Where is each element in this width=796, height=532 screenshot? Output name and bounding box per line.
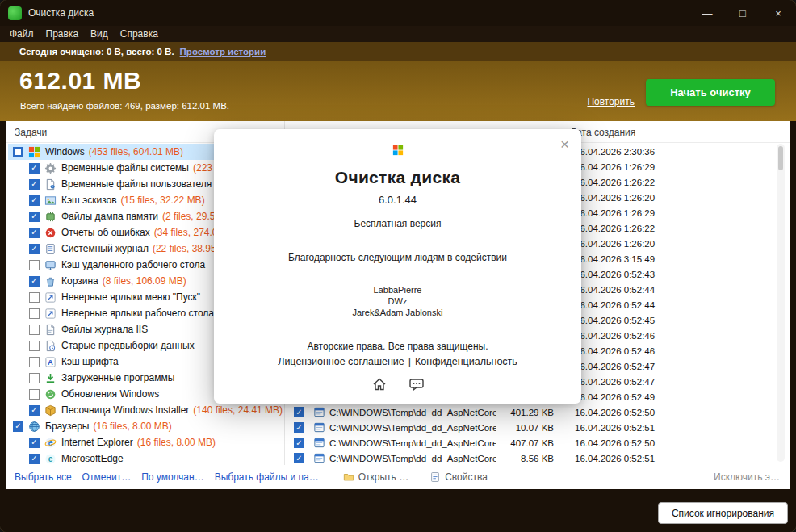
menu-item[interactable]: Правка	[46, 28, 79, 40]
checkbox[interactable]	[29, 357, 40, 367]
app-icon	[8, 6, 22, 20]
view-history-link[interactable]: Просмотр истории	[180, 47, 266, 57]
file-date: 16.04.2026 1:26:29	[575, 162, 655, 172]
file-size: 8.56 KB	[496, 454, 554, 463]
checkbox[interactable]: ✓	[29, 195, 40, 206]
contributor-name: Jarek&Adam Jablonski	[214, 307, 581, 318]
open-button-label: Открыть …	[358, 471, 408, 483]
open-button[interactable]: Открыть …	[343, 471, 408, 483]
checkbox[interactable]: ✓	[29, 438, 40, 448]
properties-button[interactable]: Свойства	[429, 471, 488, 483]
checkbox[interactable]: ✓	[29, 212, 40, 222]
checkbox[interactable]	[29, 260, 40, 270]
exclude-link[interactable]: Исключить э…	[714, 471, 780, 483]
menu-bar: ФайлПравкаВидСправка	[0, 26, 796, 42]
links-separator: |	[408, 356, 411, 367]
file-date: 16.04.2026 0:52:46	[575, 331, 655, 341]
contributor-name: DWz	[214, 295, 581, 307]
ignore-list-button[interactable]: Список игнорирования	[658, 502, 788, 524]
deselect-link[interactable]: Отменит…	[82, 471, 132, 483]
file-date: 16.04.2026 0:52:46	[575, 346, 655, 356]
recycle-bin-icon	[44, 275, 57, 287]
svg-text:e: e	[48, 455, 53, 463]
xp-window-icon	[313, 437, 325, 449]
checkbox[interactable]	[29, 341, 40, 351]
file-size: 407.07 KB	[496, 438, 554, 448]
checkbox[interactable]: ✓	[29, 454, 40, 464]
file-date: 16.04.2026 1:26:20	[575, 239, 655, 249]
home-icon[interactable]	[371, 376, 388, 392]
file-path: C:\WINDOWS\Temp\dd_dd_AspNetCore…	[329, 454, 496, 463]
license-link[interactable]: Лицензионное соглашение	[278, 356, 404, 367]
about-dialog: × Очистка диска 6.0.1.44 Бесплатная верс…	[214, 129, 581, 404]
checkbox[interactable]: ✓	[294, 453, 304, 463]
item-count: (8 files, 106.09 MB)	[103, 275, 186, 287]
checkbox[interactable]	[29, 292, 40, 303]
file-list-scrollbar[interactable]	[777, 144, 785, 462]
journal-icon	[44, 243, 57, 255]
item-label: Internet Explorer	[61, 437, 133, 448]
menu-item[interactable]: Вид	[90, 28, 108, 40]
file-date: 16.04.2026 0:52:51	[575, 423, 655, 433]
checkbox[interactable]: ✓	[13, 421, 23, 432]
user-files-icon	[44, 178, 57, 191]
tree-item[interactable]: ✓ e Internet Explorer (16 files, 8.00 MB…	[8, 434, 284, 450]
menu-item[interactable]: Справка	[120, 28, 158, 40]
window-controls: — □ ×	[689, 0, 796, 26]
checkbox[interactable]: ✓	[29, 244, 40, 254]
item-label: Загруженные программы	[61, 372, 174, 383]
checkbox[interactable]	[29, 389, 40, 400]
tree-item[interactable]: ✓ Песочница Windows Installer (140 files…	[8, 402, 284, 418]
checkbox[interactable]	[29, 308, 40, 319]
contributor-names: LabbaPierre DWz Jarek&Adam Jablonski	[214, 284, 581, 318]
checkbox[interactable]	[29, 373, 40, 383]
close-button[interactable]: ×	[760, 0, 796, 26]
maximize-button[interactable]: □	[725, 0, 760, 26]
item-label: Неверные ярлыки рабочего стола	[61, 308, 214, 319]
font-icon: A	[44, 356, 57, 368]
checkbox[interactable]: ✓	[29, 163, 40, 174]
history-strip: Сегодня очищено: 0 B, всего: 0 B. Просмо…	[0, 42, 796, 61]
checkbox[interactable]: ✓	[294, 422, 304, 433]
file-date: 16.04.2026 0:52:45	[575, 316, 655, 325]
checkbox[interactable]: ✓	[29, 405, 40, 416]
checkbox[interactable]: ✓	[29, 228, 40, 238]
memory-chip-icon	[44, 211, 57, 223]
item-label: Кэш шрифта	[61, 356, 119, 367]
dialog-close-icon[interactable]: ×	[560, 136, 569, 153]
file-row[interactable]: ✓ C:\WINDOWS\Temp\dd_dd_AspNetCore… 8.56…	[291, 450, 778, 465]
start-clean-button[interactable]: Начать очистку	[646, 79, 775, 106]
document-icon	[44, 324, 57, 336]
defaults-link[interactable]: По умолчан…	[141, 471, 203, 483]
minimize-button[interactable]: —	[689, 0, 725, 26]
checkbox[interactable]: ✓	[29, 276, 40, 287]
checkbox[interactable]: ✓	[29, 179, 40, 190]
checkbox[interactable]: ✓	[294, 438, 304, 448]
total-size-value: 612.01 MB	[19, 67, 141, 94]
item-label: Временные файлы системы	[61, 162, 189, 174]
select-files-link[interactable]: Выбрать файлы и па…	[215, 471, 319, 483]
item-count: (16 files, 8.00 MB)	[93, 421, 171, 432]
select-all-link[interactable]: Выбрать все	[15, 471, 72, 483]
menu-item[interactable]: Файл	[10, 28, 34, 40]
checkbox[interactable]: ✓	[294, 407, 304, 417]
privacy-link[interactable]: Конфиденциальность	[415, 356, 517, 367]
windows-flag-icon	[28, 146, 40, 158]
chat-icon[interactable]	[408, 376, 425, 392]
item-label: Браузеры	[45, 421, 89, 432]
scrollbar-thumb[interactable]	[778, 146, 783, 170]
file-date: 16.04.2026 3:15:49	[575, 254, 655, 264]
repeat-link[interactable]: Повторить	[587, 96, 635, 107]
tree-item[interactable]: ✓ e MicrosoftEdge	[8, 450, 284, 465]
item-label: Неверные ярлыки меню "Пуск"	[61, 291, 200, 303]
tree-item[interactable]: ✓ Браузеры (16 files, 8.00 MB)	[8, 418, 284, 434]
checkbox[interactable]	[13, 147, 23, 157]
file-row[interactable]: ✓ C:\WINDOWS\Temp\dd_dd_AspNetCore… 407.…	[291, 435, 778, 450]
file-row[interactable]: ✓ C:\WINDOWS\Temp\dd_dd_AspNetCore… 10.0…	[291, 420, 778, 435]
checkbox[interactable]	[29, 325, 40, 335]
file-row[interactable]: ✓ C:\WINDOWS\Temp\dd_dd_AspNetCore… 401.…	[291, 404, 778, 420]
item-label: Системный журнал	[61, 243, 149, 254]
legal-links: Лицензионное соглашение|Конфиденциальнос…	[214, 356, 581, 367]
file-date: 16.04.2026 1:26:22	[575, 178, 655, 187]
xp-window-icon	[313, 421, 325, 434]
